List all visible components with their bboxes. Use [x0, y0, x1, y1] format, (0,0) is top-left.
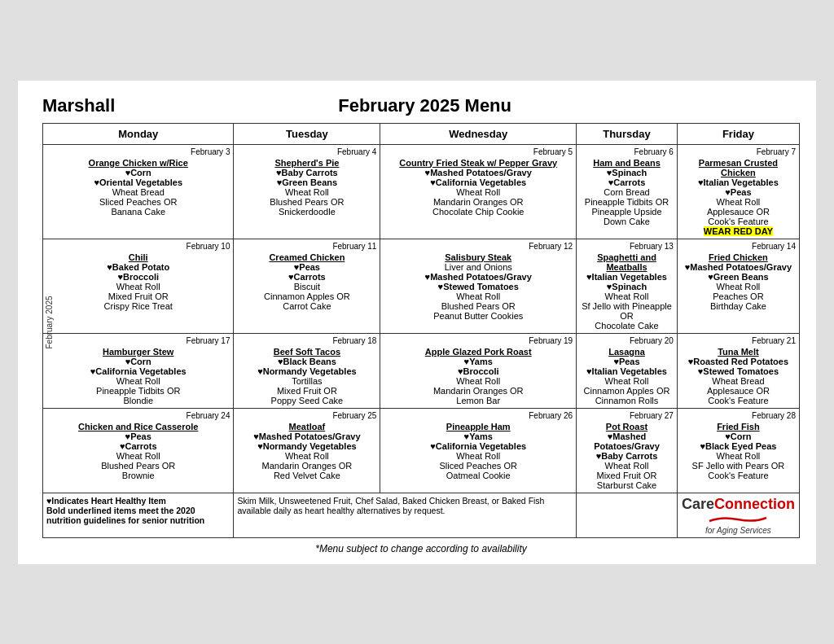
heart-item: ♥California Vegetables	[90, 366, 187, 376]
date: February 5	[384, 147, 573, 156]
heart-item: ♥Carrots	[288, 272, 326, 282]
day-cell: February 11Creamed Chicken♥Peas♥CarrotsB…	[234, 239, 380, 333]
main-item: Salisbury Steak	[445, 252, 511, 262]
menu-item: Wheat Roll	[605, 376, 649, 386]
heart-item: ♥Stewed Tomatoes	[438, 282, 519, 291]
menu-item: Wheat Roll	[116, 282, 160, 291]
menu-item: Pineapple Tidbits OR	[96, 386, 180, 396]
main-item: Apple Glazed Pork Roast	[425, 347, 532, 357]
menu-item: Cinnamon Rolls	[595, 396, 659, 405]
day-cell: February 14Fried Chicken♥Mashed Potatoes…	[677, 239, 799, 333]
heart-item: ♥Corn	[725, 432, 751, 441]
menu-item: Starburst Cake	[597, 480, 656, 490]
date: February 27	[580, 411, 674, 420]
footer-note: *Menu subject to change according to ava…	[42, 543, 800, 554]
main-item: Tuna Melt	[718, 347, 759, 357]
day-cell: February 28Fried Fish♥Corn♥Black Eyed Pe…	[677, 408, 799, 493]
notes-cell: ♥Indicates Heart Healthy Item Bold under…	[43, 493, 234, 537]
day-cell: February 17Hamburger Stew♥Corn♥Californi…	[43, 333, 234, 408]
menu-item: Banana Cake	[111, 207, 165, 217]
menu-item: Poppy Seed Cake	[271, 396, 344, 405]
menu-item: Wheat Roll	[717, 197, 761, 207]
heart-item: ♥Corn	[125, 168, 151, 177]
main-item: Shepherd's Pie	[274, 158, 339, 168]
menu-item: Wheat Roll	[285, 451, 329, 461]
main-item: Beef Soft Tacos	[274, 347, 340, 357]
date: February 17	[46, 336, 230, 345]
heart-item: ♥Green Beans	[708, 272, 768, 282]
menu-item: Mixed Fruit OR	[108, 291, 169, 301]
day-cell: February 20Lasagna♥Peas♥Italian Vegetabl…	[577, 333, 678, 408]
menu-item: Brownie	[122, 471, 155, 480]
main-item: Orange Chicken w/Rice	[89, 158, 188, 168]
day-cell: February 3Orange Chicken w/Rice♥Corn♥Ori…	[43, 144, 234, 239]
menu-item: Wheat Roll	[605, 291, 649, 301]
day-cell: February 26Pineapple Ham♥Yams♥California…	[380, 408, 577, 493]
heart-item: ♥Mashed Potatoes/Gravy	[594, 432, 660, 451]
menu-item: Chocolate Chip Cookie	[432, 207, 525, 217]
date: February 12	[384, 242, 573, 251]
menu-item: Pineapple Upside Down Cake	[591, 207, 661, 226]
day-cell: February 13Spaghetti and Meatballs♥Itali…	[577, 239, 678, 333]
heart-item: ♥Peas	[294, 262, 320, 272]
date: February 19	[384, 336, 573, 345]
main-item: Lasagna	[608, 347, 645, 357]
menu-item: Pineapple Tidbits OR	[585, 197, 669, 207]
menu-item: Peaches OR	[713, 291, 763, 301]
main-item: Country Fried Steak w/ Pepper Gravy	[399, 158, 557, 168]
heart-item: ♥Peas	[725, 187, 751, 197]
heart-item: ♥Oriental Vegetables	[94, 177, 182, 187]
menu-item: Chocolate Cake	[595, 321, 658, 331]
daily-cell: Skim Milk, Unsweetened Fruit, Chef Salad…	[234, 493, 577, 537]
menu-item: Biscuit	[294, 282, 320, 291]
day-cell: February 21Tuna Melt♥Roasted Red Potatoe…	[677, 333, 799, 408]
main-item: Parmesan Crusted Chicken	[699, 158, 778, 177]
menu-item: Wheat Roll	[456, 376, 500, 386]
page: February 2025 Marshall February 2025 Men…	[18, 81, 816, 564]
heart-item: ♥Normandy Vegetables	[257, 366, 356, 376]
menu-item: Cook's Feature	[708, 396, 768, 405]
special-item: WEAR RED DAY	[704, 226, 773, 236]
heart-item: ♥Spinach	[607, 282, 647, 291]
heart-item: ♥Italian Vegetables	[698, 177, 779, 187]
side-label: February 2025	[45, 296, 54, 348]
day-cell: February 5Country Fried Steak w/ Pepper …	[380, 144, 577, 239]
menu-item: Mandarin Oranges OR	[433, 386, 524, 396]
date: February 26	[384, 411, 573, 420]
menu-item: Cinnamon Apples OR	[584, 386, 670, 396]
col-friday: Friday	[677, 123, 799, 144]
main-item: Fried Fish	[717, 422, 760, 432]
day-cell: February 10Chili♥Baked Potato♥BroccoliWh…	[43, 239, 234, 333]
menu-item: Sf Jello with Pineapple OR	[582, 301, 672, 321]
menu-item: Applesauce OR	[707, 386, 770, 396]
day-cell: February 19Apple Glazed Pork Roast♥Yams♥…	[380, 333, 577, 408]
care-sub: for Aging Services	[705, 526, 771, 535]
menu-item: Wheat Bread	[712, 376, 764, 386]
heart-item: ♥Carrots	[608, 177, 646, 187]
menu-item: Wheat Roll	[116, 451, 160, 461]
heart-item: ♥Mashed Potatoes/Gravy	[425, 168, 532, 177]
heart-item: ♥Black Eyed Peas	[700, 441, 776, 451]
main-item: Pot Roast	[606, 422, 647, 432]
main-item: Fried Chicken	[709, 252, 768, 262]
main-item: Chili	[129, 252, 148, 262]
heart-item: ♥Italian Vegetables	[586, 272, 667, 282]
main-item: Ham and Beans	[593, 158, 661, 168]
menu-item: Mixed Fruit OR	[597, 471, 657, 480]
day-cell: February 6Ham and Beans♥Spinach♥CarrotsC…	[577, 144, 678, 239]
menu-item: Cinnamon Apples OR	[264, 291, 350, 301]
main-item: Hamburger Stew	[103, 347, 173, 357]
heart-item: ♥California Vegetables	[430, 177, 526, 187]
menu-item: Snickerdoodle	[279, 207, 336, 217]
menu-item: Blushed Pears OR	[441, 301, 516, 311]
menu-item: Wheat Roll	[717, 451, 761, 461]
menu-item: Mixed Fruit OR	[277, 386, 337, 396]
heart-item: ♥Mashed Potatoes/Gravy	[253, 432, 360, 441]
menu-item: Carrot Cake	[283, 301, 331, 311]
heart-item: ♥Stewed Tomatoes	[698, 366, 779, 376]
date: February 3	[46, 147, 230, 156]
menu-item: Oatmeal Cookie	[446, 471, 511, 480]
menu-table: Monday Tuesday Wednesday Thursday Friday…	[42, 123, 800, 538]
menu-item: Wheat Roll	[605, 461, 649, 471]
heart-item: ♥Broccoli	[117, 272, 159, 282]
